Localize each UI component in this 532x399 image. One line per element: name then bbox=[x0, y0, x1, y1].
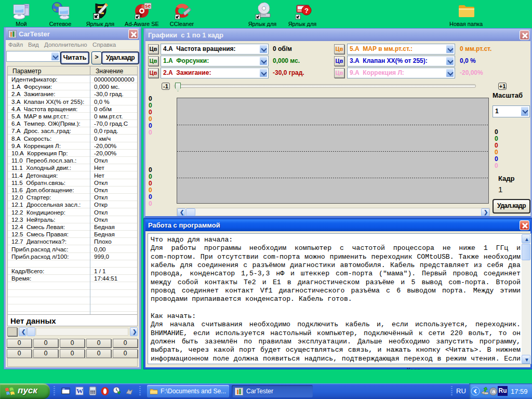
svg-text:?: ? bbox=[304, 7, 309, 15]
svg-text:se: se bbox=[145, 3, 151, 9]
svg-text:a: a bbox=[492, 388, 496, 394]
svg-text:W: W bbox=[76, 387, 83, 395]
